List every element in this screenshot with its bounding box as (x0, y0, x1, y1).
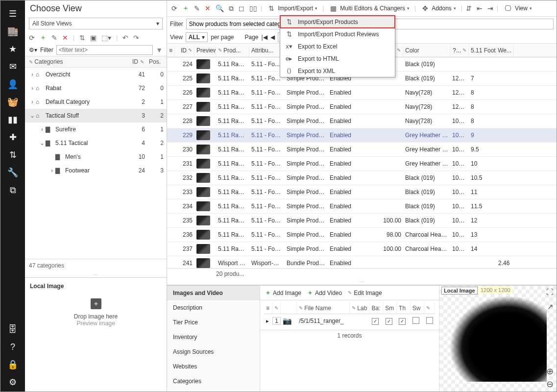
chevron-icon[interactable]: › (29, 85, 36, 92)
table-row[interactable]: 2335.11 Range...5.11 - Foot...Simple Pro… (167, 185, 557, 199)
tree-item[interactable]: ⌄▇5.11 Tactical42 (25, 136, 167, 150)
splitter[interactable]: ⋯ (167, 279, 557, 285)
perpage-select[interactable]: ALL▾ (186, 32, 208, 42)
tab-images-and-video[interactable]: Images and Video (167, 286, 260, 300)
tab-assign-sources[interactable]: Assign Sources (167, 344, 260, 359)
tree-item[interactable]: ⌄⌂Tactical Stuff32 (25, 109, 167, 122)
view-button[interactable]: 🖵View▾ (500, 2, 535, 14)
add-icon[interactable]: ＋ (40, 33, 47, 42)
add-image-button[interactable]: ＋Add Image (265, 289, 301, 297)
chevron-icon[interactable]: › (48, 167, 55, 174)
wrench-icon[interactable]: 🔧 (4, 164, 21, 181)
gear-icon[interactable]: ⚙ (4, 374, 21, 391)
tree-item[interactable]: ▇Men's101 (25, 150, 167, 164)
gear-icon[interactable]: ⚙▾ (29, 47, 37, 53)
chevron-icon[interactable]: › (39, 126, 46, 133)
table-row[interactable]: 2375.11 Range...5.11 - Foot...Simple Pro… (167, 242, 557, 256)
chevron-icon[interactable]: › (29, 98, 36, 105)
thumb-checkbox[interactable]: ✓ (399, 318, 406, 325)
table-row[interactable]: 2285.11 Range...5.11 - Foot...Simple Pro… (167, 114, 557, 128)
star-icon[interactable]: ★ (4, 41, 21, 57)
base-checkbox[interactable]: ✓ (372, 318, 379, 325)
table-row[interactable]: 2365.11 Range...5.11 - Foot...Simple Pro… (167, 228, 557, 242)
updown-icon[interactable]: ⇅ (4, 147, 21, 163)
filter-input[interactable] (56, 45, 153, 55)
edit-icon[interactable]: ✎ (193, 3, 201, 13)
zoom-out-icon[interactable]: ⊖ (546, 379, 554, 390)
table-row[interactable]: 2345.11 Range...5.11 - Foot...Simple Pro… (167, 199, 557, 214)
menu-icon[interactable]: ☰ (4, 5, 21, 22)
table-row[interactable]: 2315.11 Range...5.11 - Foot...Simple Pro… (167, 157, 557, 171)
menu-item[interactable]: e▸Export to HTML (280, 52, 395, 65)
copy-icon[interactable]: ⧉ (4, 182, 21, 198)
user-icon[interactable]: 👤 (4, 76, 21, 93)
refresh-icon[interactable]: ⟳ (170, 3, 179, 13)
multi-editors-button[interactable]: ▦Multi Editors & Changers▾ (326, 2, 412, 14)
menu-item[interactable]: ⇅Import/Export Product Reviews (280, 28, 395, 40)
swatch-checkbox[interactable] (412, 317, 419, 324)
import-export-button[interactable]: ⇅Import/Export▾ (264, 2, 320, 14)
chart-icon[interactable]: ▮▮ (4, 111, 21, 128)
chevron-icon[interactable]: ⌄ (29, 112, 36, 119)
window-icon[interactable]: ◻ (237, 3, 246, 13)
refresh-icon[interactable]: ⟳ (29, 34, 35, 42)
search-icon[interactable]: 🔍 (214, 3, 225, 13)
tab-categories[interactable]: Categories (167, 374, 260, 389)
tree-item[interactable]: ›▇Surefire61 (25, 122, 167, 136)
delete-icon[interactable]: ✕ (62, 34, 68, 42)
indent-icon[interactable]: ⇤ (475, 3, 484, 13)
menu-item[interactable]: x▾Export to Excel (280, 40, 395, 52)
tab-inventory[interactable]: Inventory (167, 330, 260, 344)
menu-item[interactable]: ⇅Import/Export Products (280, 16, 395, 28)
tree-item[interactable]: ›⌂Rabat720 (25, 81, 167, 95)
first-page-icon[interactable]: |◀ (262, 34, 267, 41)
image-icon[interactable]: ▣ (90, 34, 97, 42)
small-checkbox[interactable]: ✓ (386, 318, 392, 325)
edit-image-button[interactable]: ✎Edit Image (348, 290, 382, 296)
tab-tier-price[interactable]: Tier Price (167, 315, 260, 330)
add-video-button[interactable]: ＋Add Video (307, 289, 342, 297)
chevron-icon[interactable]: › (29, 71, 36, 78)
drawer-icon[interactable]: 🗄 (4, 321, 21, 338)
prev-page-icon[interactable]: ◀ (270, 34, 275, 41)
delete-icon[interactable]: ✕ (203, 3, 212, 13)
tree-item[interactable]: ›▇Footwear243 (25, 164, 167, 177)
export-icon[interactable]: ⬚▾ (101, 34, 111, 42)
file-row[interactable]: ▸ 1 📷 /5/1/511_ranger_ ✓ ✓ ✓ (264, 314, 435, 328)
undo-icon[interactable]: ↶ (122, 34, 128, 42)
updown-icon[interactable]: ⇅ (79, 34, 85, 42)
store-view-select[interactable]: All Store Views▾ (29, 18, 163, 29)
table-row[interactable]: 2305.11 Range...5.11 - Foot...Simple Pro… (167, 143, 557, 157)
tab-websites[interactable]: Websites (167, 359, 260, 374)
lock-icon[interactable]: 🔒 (4, 356, 21, 373)
zoom-in-icon[interactable]: ⊕ (546, 366, 554, 377)
add-image-icon[interactable]: ＋ (91, 298, 101, 309)
funnel-icon[interactable]: ▼ (156, 46, 163, 54)
addons-button[interactable]: ✥Addons▾ (418, 2, 459, 14)
extra-checkbox[interactable] (426, 317, 433, 324)
sort-icon[interactable]: ⇵ (464, 3, 473, 13)
table-row[interactable]: 241Wisport Cr...Wisport-Ru...Bundle Prod… (167, 256, 557, 268)
outdent-icon[interactable]: ⇥ (486, 3, 495, 13)
redo-icon[interactable]: ↷ (133, 34, 139, 42)
columns-icon[interactable]: ▯▯ (248, 3, 259, 13)
copy-icon[interactable]: ⧉ (227, 3, 235, 14)
tree-item[interactable]: ›⌂Overzicht410 (25, 68, 167, 81)
select-column[interactable]: ≡ (167, 44, 175, 57)
table-row[interactable]: 2275.11 Range...5.11 - Foot...Simple Pro… (167, 100, 557, 114)
inbox-icon[interactable]: ✉ (4, 58, 21, 75)
add-icon[interactable]: ＋ (181, 3, 191, 14)
edit-icon[interactable]: ✎ (51, 34, 57, 42)
chevron-icon[interactable]: ⌄ (39, 140, 46, 147)
tree-item[interactable]: ›⌂Default Category21 (25, 95, 167, 109)
expand-icon[interactable]: ⛶ (546, 288, 554, 296)
help-icon[interactable]: ? (4, 339, 21, 355)
store-icon[interactable]: 🏬 (4, 23, 21, 40)
table-row[interactable]: 2355.11 Range...5.11 - Foot...Simple Pro… (167, 214, 557, 228)
puzzle-icon[interactable]: ✚ (4, 129, 21, 146)
external-icon[interactable]: ↗ (547, 302, 554, 311)
table-row[interactable]: 2295.11 Range...5.11 - Foot...Simple Pro… (167, 128, 557, 143)
drop-zone[interactable]: Local Image ＋ Drop image here Preview im… (25, 277, 167, 392)
tab-description[interactable]: Description (167, 300, 260, 315)
splitter[interactable]: ⋯ (25, 272, 167, 277)
